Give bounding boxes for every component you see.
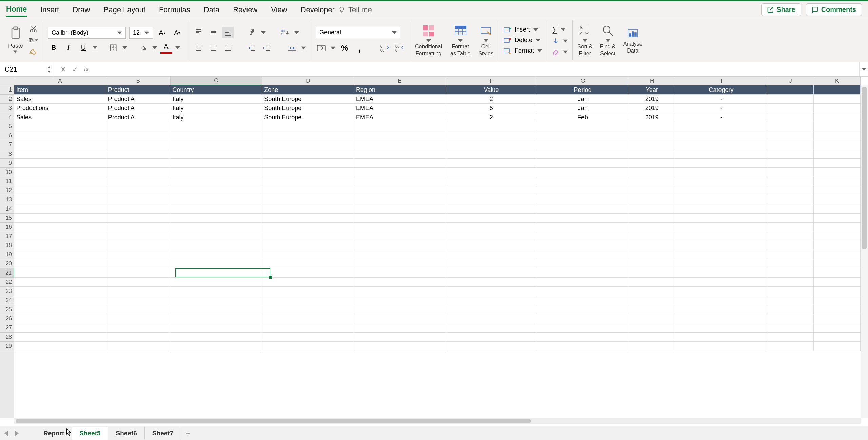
- cell[interactable]: [675, 314, 767, 323]
- row-header-11[interactable]: 11: [0, 177, 14, 186]
- cell[interactable]: [262, 278, 354, 287]
- paste-label[interactable]: Paste: [8, 43, 23, 49]
- analyse-data-button[interactable]: Analyse Data: [623, 27, 643, 54]
- cell[interactable]: [354, 149, 446, 159]
- row-header-14[interactable]: 14: [0, 204, 14, 214]
- cell[interactable]: [767, 314, 814, 323]
- cell[interactable]: [814, 122, 861, 131]
- font-size-select[interactable]: 12: [129, 27, 153, 39]
- cell[interactable]: Period: [537, 85, 629, 95]
- cell[interactable]: [814, 186, 861, 195]
- cell[interactable]: [537, 204, 629, 214]
- row-header-28[interactable]: 28: [0, 333, 14, 342]
- cell[interactable]: [106, 122, 171, 131]
- insert-cells-button[interactable]: Insert: [503, 26, 542, 33]
- cell[interactable]: [629, 204, 676, 214]
- cell[interactable]: [262, 195, 354, 204]
- cell[interactable]: Italy: [170, 113, 262, 122]
- paste-dropdown-icon[interactable]: [13, 50, 18, 55]
- cell[interactable]: [446, 186, 537, 195]
- delete-cells-button[interactable]: Delete: [503, 37, 542, 44]
- chevron-down-icon[interactable]: [301, 46, 306, 51]
- cell[interactable]: [14, 232, 106, 241]
- row-header-10[interactable]: 10: [0, 168, 14, 177]
- comma-format-icon[interactable]: ,: [354, 42, 365, 54]
- cell[interactable]: 2019: [629, 104, 676, 113]
- cell[interactable]: [675, 140, 767, 149]
- cell[interactable]: [767, 259, 814, 268]
- cell[interactable]: [354, 214, 446, 223]
- cell[interactable]: [537, 186, 629, 195]
- cell[interactable]: [14, 186, 106, 195]
- cell[interactable]: [14, 131, 106, 140]
- orientation-icon[interactable]: ab: [246, 27, 258, 38]
- cell[interactable]: [170, 314, 262, 323]
- cell[interactable]: [629, 159, 676, 168]
- cell[interactable]: [106, 177, 171, 186]
- cell[interactable]: [537, 232, 629, 241]
- cell[interactable]: South Europe: [262, 113, 354, 122]
- cell[interactable]: [537, 296, 629, 305]
- ribbon-tab-formulas[interactable]: Formulas: [159, 3, 190, 16]
- cell[interactable]: [767, 113, 814, 122]
- cell[interactable]: [537, 195, 629, 204]
- cell[interactable]: [446, 296, 537, 305]
- accounting-format-icon[interactable]: [316, 42, 327, 54]
- decrease-indent-icon[interactable]: [246, 42, 258, 54]
- cell[interactable]: [14, 278, 106, 287]
- cell[interactable]: [14, 204, 106, 214]
- row-header-6[interactable]: 6: [0, 131, 14, 140]
- cell[interactable]: [814, 232, 861, 241]
- cell[interactable]: [814, 159, 861, 168]
- cell[interactable]: [170, 287, 262, 296]
- cell[interactable]: [814, 314, 861, 323]
- column-header-A[interactable]: A: [14, 77, 106, 85]
- cell[interactable]: [537, 177, 629, 186]
- cell[interactable]: [537, 131, 629, 140]
- cell[interactable]: [354, 122, 446, 131]
- cell[interactable]: -: [675, 113, 767, 122]
- ribbon-tab-draw[interactable]: Draw: [73, 3, 90, 16]
- number-format-select[interactable]: General: [316, 27, 400, 38]
- cell[interactable]: [814, 195, 861, 204]
- cell[interactable]: [14, 122, 106, 131]
- merge-cells-icon[interactable]: [286, 42, 298, 54]
- cell[interactable]: [446, 159, 537, 168]
- cell[interactable]: [767, 333, 814, 342]
- cell[interactable]: Item: [14, 85, 106, 95]
- cell[interactable]: [354, 250, 446, 259]
- cell[interactable]: [675, 323, 767, 333]
- cell[interactable]: [675, 278, 767, 287]
- cell[interactable]: [675, 259, 767, 268]
- cell[interactable]: [106, 287, 171, 296]
- clear-button[interactable]: [552, 48, 568, 56]
- cell[interactable]: [170, 177, 262, 186]
- row-header-19[interactable]: 19: [0, 250, 14, 259]
- align-right-icon[interactable]: [222, 42, 234, 54]
- cell[interactable]: [537, 223, 629, 232]
- cell[interactable]: South Europe: [262, 95, 354, 104]
- fx-icon[interactable]: fx: [84, 66, 89, 73]
- cell[interactable]: [675, 342, 767, 351]
- cell[interactable]: [262, 250, 354, 259]
- cell[interactable]: [170, 131, 262, 140]
- cell[interactable]: [537, 149, 629, 159]
- cell[interactable]: [629, 186, 676, 195]
- row-header-20[interactable]: 20: [0, 259, 14, 268]
- cell[interactable]: [537, 259, 629, 268]
- wrap-text-icon[interactable]: abc: [279, 27, 291, 38]
- horizontal-scrollbar-thumb[interactable]: [16, 419, 531, 423]
- cell[interactable]: [814, 85, 861, 95]
- cell[interactable]: [14, 323, 106, 333]
- cell[interactable]: [629, 177, 676, 186]
- percent-format-icon[interactable]: %: [339, 42, 350, 54]
- column-header-C[interactable]: C: [171, 77, 262, 85]
- cell[interactable]: [629, 278, 676, 287]
- select-all-triangle[interactable]: [0, 77, 14, 85]
- cell[interactable]: [767, 214, 814, 223]
- cell[interactable]: [106, 149, 171, 159]
- row-header-17[interactable]: 17: [0, 232, 14, 241]
- conditional-formatting-button[interactable]: Conditional Formatting: [415, 24, 442, 56]
- cell[interactable]: [14, 241, 106, 250]
- cell[interactable]: [170, 195, 262, 204]
